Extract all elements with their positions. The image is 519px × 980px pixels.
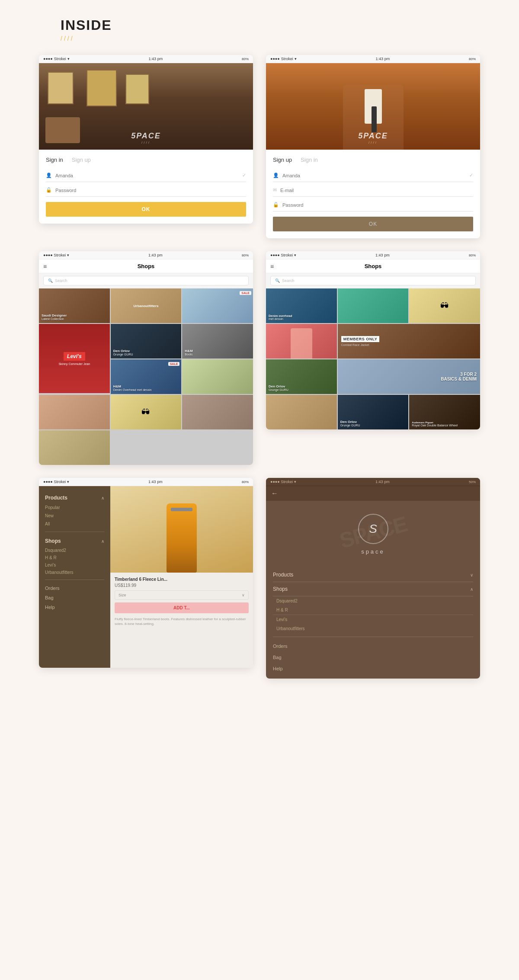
space-dots-2: ////: [358, 141, 388, 144]
space-menu: Products ∨ Shops ∧ Dsquared2 H & R Levi'…: [266, 564, 480, 679]
cell-saudi[interactable]: Saudi DesignerLatest Collection: [39, 288, 110, 323]
bag-item[interactable]: Bag: [45, 593, 104, 602]
cell-person2[interactable]: [39, 430, 110, 465]
cell-watch[interactable]: Audemars PiguetRoyal Oak Double Balance …: [409, 395, 480, 429]
back-button[interactable]: ←: [266, 486, 480, 501]
tab-signin-link[interactable]: Sign in: [301, 157, 318, 163]
orders-item[interactable]: Orders: [45, 583, 104, 593]
space-help[interactable]: Help: [273, 663, 473, 674]
levis-overlay: Levi's Skinny Commuter Jean: [39, 324, 110, 393]
space-dsquared[interactable]: Dsquared2: [273, 596, 473, 605]
cell-members[interactable]: MEMBERS ONLY Combat Race Jacket: [338, 324, 480, 359]
tab-signin[interactable]: Sign in: [46, 157, 63, 163]
phone-shops2: ●●●● Strokei ▾ 1:43 pm 80% ≡ Shops 🔍 Sea…: [266, 251, 480, 429]
cell-label-den: Den OrlovGrunge GURU: [113, 349, 133, 356]
hr-item[interactable]: H & R: [45, 554, 104, 561]
new-item[interactable]: New: [45, 512, 104, 520]
cell-girl[interactable]: [266, 324, 337, 359]
levis-item[interactable]: Levi's: [45, 561, 104, 569]
products-section-header[interactable]: Products ∧: [45, 492, 104, 503]
signup-tabs: Sign up Sign in: [273, 157, 473, 163]
row-1: ●●●● Strokei ▾ 1:43 pm 80% 5PACE: [0, 51, 519, 243]
hero-logo-signup: 5PACE ////: [358, 131, 388, 144]
add-to-bag-button[interactable]: ADD T...: [115, 602, 249, 613]
cell-person[interactable]: [182, 395, 253, 429]
tab-signup-link[interactable]: Sign up: [72, 157, 91, 163]
space-hr[interactable]: H & R: [273, 605, 473, 615]
members-title: MEMBERS ONLY: [341, 336, 380, 342]
cell-denim-overhead[interactable]: Denim overheadmet dessin: [266, 288, 337, 323]
space-orders[interactable]: Orders: [273, 641, 473, 652]
search-text-1: Search: [55, 279, 67, 283]
sb-right-3: 80%: [242, 253, 249, 257]
hero-logo-signin: 5PACE ////: [131, 131, 161, 144]
search-input-2[interactable]: 🔍 Search: [270, 276, 476, 285]
status-bar-shops1: ●●●● Strokei ▾ 1:43 pm 80%: [39, 251, 253, 259]
cell-urban[interactable]: Urbanoutfitters: [111, 288, 182, 323]
signup-username-input[interactable]: [282, 173, 466, 178]
sb-right-5: 80%: [242, 480, 249, 484]
popular-item[interactable]: Popular: [45, 503, 104, 512]
check-icon: ✓: [242, 173, 246, 178]
space-levis[interactable]: Levi's: [273, 615, 473, 624]
cell-den-orlov-1[interactable]: Den OrlovGrunge GURU: [111, 324, 182, 359]
signup-password-input[interactable]: [282, 202, 473, 208]
ok-button-signup[interactable]: OK: [273, 217, 473, 231]
cell-den-orlov-2[interactable]: Den OrlovGrunge GURU: [266, 359, 337, 394]
status-bar-time: 1:43 pm: [149, 57, 163, 61]
space-shops-label: Shops: [273, 586, 288, 592]
dsquared-item[interactable]: Dsquared2: [45, 547, 104, 554]
search-icon-2: 🔍: [275, 279, 280, 283]
password-input[interactable]: [55, 188, 246, 193]
phone-sidebar-right: ●●●● Strokei ▾ 1:43 pm 50% ← SPACE S Spa…: [266, 478, 480, 679]
all-item[interactable]: All: [45, 520, 104, 528]
cell-shoes[interactable]: SALE: [182, 288, 253, 323]
password-field: 🔓: [46, 184, 246, 197]
size-selector[interactable]: Size ∨: [115, 590, 249, 600]
cell-den-2: Den OrlovGrunge GURU: [269, 384, 288, 391]
cell-bag[interactable]: [266, 395, 337, 429]
screen-col-shops2: ●●●● Strokei ▾ 1:43 pm 80% ≡ Shops 🔍 Sea…: [266, 251, 480, 465]
nav-bar-shops1: ≡ Shops: [39, 259, 253, 273]
cell-sunglasses[interactable]: 🕶: [111, 395, 182, 429]
lock-icon-2: 🔓: [273, 202, 279, 208]
help-item[interactable]: Help: [45, 602, 104, 612]
search-input-1[interactable]: 🔍 Search: [43, 276, 249, 285]
sb-right-6: 50%: [469, 480, 476, 484]
cell-denim-label: Denim overheadmet dessin: [269, 314, 292, 320]
cell-den-3: Den OrlovGrunge GURU: [340, 420, 360, 427]
cell-teal[interactable]: [338, 288, 409, 323]
cell-3for2[interactable]: 3 FOR 2BASICS & DENIM: [338, 359, 480, 394]
ok-button-signin[interactable]: OK: [46, 202, 246, 217]
cell-sunglasses2[interactable]: 🕶: [409, 288, 480, 323]
row-3: ●●●● Strokei ▾ 1:43 pm 80% Products ∧ Po…: [0, 474, 519, 683]
cell-levis[interactable]: Levi's Skinny Commuter Jean: [39, 324, 110, 393]
search-text-2: Search: [282, 279, 295, 283]
screen-col-sidebar-right: ●●●● Strokei ▾ 1:43 pm 50% ← SPACE S Spa…: [266, 478, 480, 679]
shops-section-header[interactable]: Shops ∧: [45, 535, 104, 547]
space-products-header[interactable]: Products ∨: [273, 568, 473, 582]
phone-sidebar-left: ●●●● Strokei ▾ 1:43 pm 80% Products ∧ Po…: [39, 478, 253, 668]
hamburger-icon-2[interactable]: ≡: [270, 263, 274, 270]
frame-3: [125, 74, 149, 104]
cell-hm-boots[interactable]: H&MBoots: [182, 324, 253, 359]
space-logo-2: 5PACE: [358, 131, 388, 141]
signup-password-field: 🔓: [273, 199, 473, 211]
urbanoutfitters-item[interactable]: Urbanoutfitters: [45, 569, 104, 576]
deal-overlay: 3 FOR 2BASICS & DENIM: [338, 359, 480, 394]
nav-title-shops2: Shops: [365, 263, 382, 269]
space-bag[interactable]: Bag: [273, 652, 473, 663]
sb-right-4: 80%: [469, 253, 476, 257]
signup-form: Sign up Sign in 👤 ✓ ✉ 🔓 OK: [266, 150, 480, 238]
username-input[interactable]: [55, 173, 239, 178]
size-chevron: ∨: [242, 593, 245, 597]
tab-signup[interactable]: Sign up: [273, 157, 292, 163]
cell-8[interactable]: [182, 359, 253, 394]
space-urban[interactable]: Urbanoutfitters: [273, 624, 473, 633]
cell-hm-denim[interactable]: SALE H&MDenim Overhead met dessin: [111, 359, 182, 394]
signup-email-input[interactable]: [280, 188, 473, 193]
cell-9[interactable]: [39, 395, 110, 429]
space-shops-header[interactable]: Shops ∧: [273, 582, 473, 596]
cell-dark-product[interactable]: Den OrlovGrunge GURU: [338, 395, 409, 429]
hamburger-icon[interactable]: ≡: [43, 263, 47, 270]
